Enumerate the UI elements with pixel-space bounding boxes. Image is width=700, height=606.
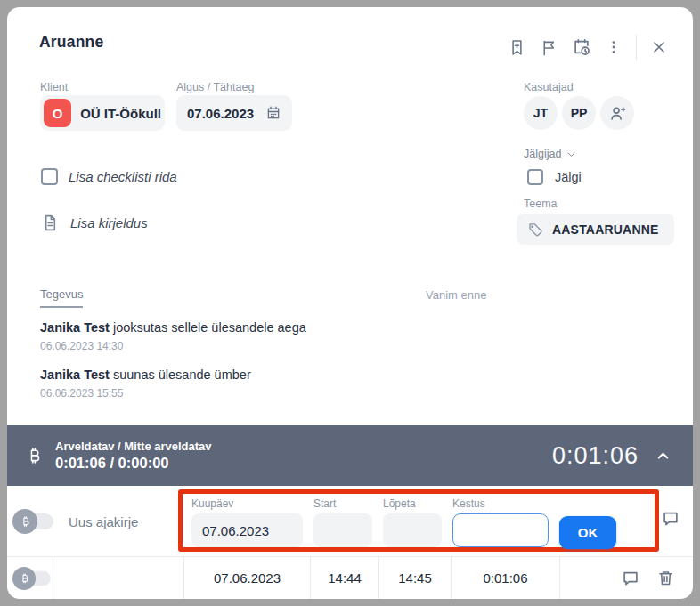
activity-action: jooksutas sellele ülesandele aega — [110, 320, 306, 335]
activity-actor: Janika Test — [40, 368, 110, 382]
ok-button[interactable]: OK — [559, 516, 616, 549]
close-icon[interactable] — [650, 38, 668, 56]
activity-action: suunas ülesande ümber — [110, 368, 251, 382]
kuupaev-group: Kuupäev — [191, 497, 303, 547]
entry-end-cell[interactable]: 14:45 — [379, 557, 452, 599]
activity-sort[interactable]: Vanim enne — [426, 288, 486, 302]
algus-date-value: 07.06.2023 — [187, 106, 254, 121]
billable-summary: Arveldatav / Mitte arveldatav 0:01:06 / … — [55, 440, 212, 472]
description-placeholder: Lisa kirjeldus — [70, 215, 148, 230]
kasutajad-label: Kasutajad — [524, 81, 574, 93]
header-toolbar — [508, 35, 668, 60]
person-add-icon[interactable] — [600, 96, 634, 130]
billable-values: 0:01:06 / 0:00:00 — [55, 455, 212, 472]
jalgijad-label: Jälgijad — [524, 148, 561, 160]
start-label: Start — [313, 497, 372, 510]
activity-item: Janika Test jooksutas sellele ülesandele… — [40, 320, 306, 335]
entry-toggle-cell — [7, 557, 53, 599]
activity-item: Janika Test suunas ülesande ümber — [40, 368, 251, 382]
activity-timestamp: 06.06.2023 15:55 — [40, 387, 123, 400]
new-entry-row: Uus ajakirje Kuupäev Start Lõpeta Kestus… — [7, 486, 693, 556]
checklist-checkbox[interactable] — [41, 168, 58, 185]
bitcoin-icon — [12, 509, 37, 534]
entry-empty-cell — [53, 557, 184, 599]
tag-icon — [527, 222, 543, 238]
avatar[interactable]: JT — [524, 96, 558, 130]
trash-icon[interactable] — [656, 569, 675, 587]
bitcoin-icon — [12, 566, 36, 589]
billable-toggle[interactable] — [12, 509, 53, 534]
kestus-group: Kestus — [452, 497, 549, 547]
timer-summary-bar: Arveldatav / Mitte arveldatav 0:01:06 / … — [7, 425, 693, 486]
entry-date-cell[interactable]: 07.06.2023 — [184, 557, 311, 599]
time-entry-row: 07.06.2023 14:44 14:45 0:01:06 — [7, 556, 693, 599]
kuupaev-label: Kuupäev — [191, 497, 303, 510]
calendar-icon — [265, 105, 281, 121]
klient-field[interactable]: O OÜ IT-Öökull — [40, 95, 165, 131]
start-input[interactable] — [313, 513, 372, 547]
start-group: Start — [313, 497, 372, 547]
activity-timestamp: 06.06.2023 14:30 — [40, 340, 123, 352]
comment-icon[interactable] — [621, 569, 640, 588]
teema-tag-chip[interactable]: AASTAARUANNE — [517, 214, 674, 245]
calendar-clock-icon[interactable] — [572, 37, 591, 57]
tab-tegevus[interactable]: Tegevus — [40, 287, 83, 308]
algus-label: Algus / Tähtaeg — [176, 81, 254, 93]
entry-start-cell[interactable]: 14:44 — [311, 557, 379, 599]
lopeta-label: Lõpeta — [383, 497, 442, 510]
kebab-menu-icon[interactable] — [605, 38, 623, 56]
jalgi-checkbox[interactable] — [527, 169, 543, 185]
jalgijad-expander[interactable]: Jälgijad — [524, 148, 577, 160]
document-icon — [41, 213, 60, 233]
jalgi-checkbox-label: Jälgi — [555, 170, 582, 184]
bookmark-plus-icon[interactable] — [508, 38, 526, 57]
billable-toggle[interactable] — [12, 566, 50, 589]
header-divider — [636, 35, 637, 60]
avatar[interactable]: PP — [562, 96, 596, 130]
activity-actor: Janika Test — [40, 320, 110, 335]
kuupaev-input[interactable] — [191, 513, 303, 547]
klient-value: OÜ IT-Öökull — [80, 106, 161, 121]
algus-date-field[interactable]: 07.06.2023 — [176, 95, 292, 131]
entry-actions-cell — [560, 557, 693, 599]
klient-avatar: O — [44, 99, 71, 127]
task-modal: Aruanne Klient O OÜ IT-Öökull Algus / Tä… — [7, 7, 693, 599]
new-entry-label: Uus ajakirje — [69, 514, 138, 529]
lopeta-input[interactable] — [383, 513, 442, 547]
lopeta-group: Lõpeta — [383, 497, 442, 547]
page-title: Aruanne — [39, 33, 103, 52]
chevron-up-icon[interactable] — [655, 448, 672, 465]
entry-duration-cell[interactable]: 0:01:06 — [452, 557, 560, 599]
kasutajad-avatars: JT PP — [524, 96, 634, 130]
timer-total: 0:01:06 — [552, 442, 639, 470]
highlighted-entry-form: Kuupäev Start Lõpeta Kestus OK — [178, 489, 659, 552]
teema-value: AASTAARUANNE — [552, 222, 659, 237]
flag-icon[interactable] — [540, 38, 558, 57]
comment-icon[interactable] — [661, 509, 680, 529]
checklist-placeholder: Lisa checklisti rida — [69, 169, 177, 184]
billable-label: Arveldatav / Mitte arveldatav — [55, 440, 212, 453]
chevron-down-icon — [566, 149, 577, 160]
kestus-label: Kestus — [452, 497, 549, 510]
teema-label: Teema — [524, 198, 558, 210]
bitcoin-icon — [25, 444, 43, 467]
klient-label: Klient — [40, 81, 68, 93]
add-description-row[interactable]: Lisa kirjeldus — [41, 213, 148, 233]
kestus-input[interactable] — [452, 513, 549, 547]
jalgi-checkbox-row: Jälgi — [527, 169, 582, 185]
add-checklist-row[interactable]: Lisa checklisti rida — [41, 168, 177, 185]
